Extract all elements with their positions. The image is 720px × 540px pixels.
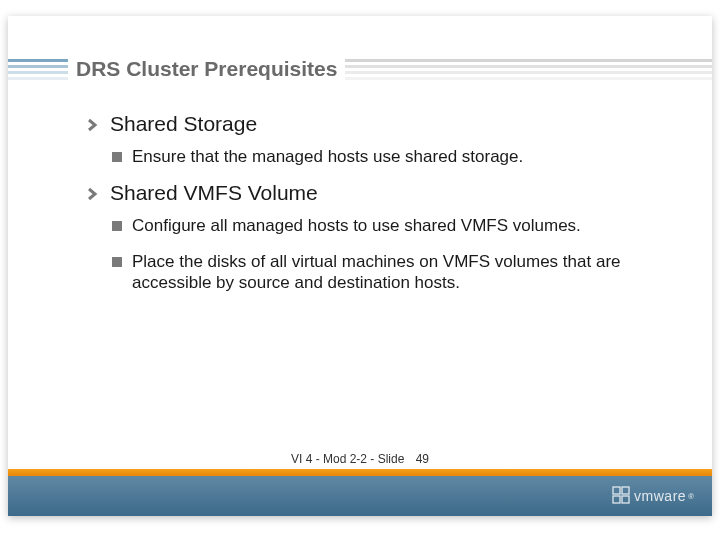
footer-label: VI 4 - Mod 2-2 - Slide: [291, 452, 404, 466]
slide-title: DRS Cluster Prerequisites: [68, 57, 345, 81]
content-area: Shared Storage Ensure that the managed h…: [86, 112, 672, 307]
footer-text: VI 4 - Mod 2-2 - Slide 49: [8, 452, 712, 466]
accent-strip: [8, 469, 712, 476]
chevron-right-icon: [86, 118, 100, 136]
subbullet-text: Ensure that the managed hosts use shared…: [132, 146, 523, 167]
bullet-text: Shared VMFS Volume: [110, 181, 318, 205]
bullet-lvl1: Shared Storage: [86, 112, 672, 136]
subbullet-text: Configure all managed hosts to use share…: [132, 215, 581, 236]
chevron-right-icon: [86, 187, 100, 205]
svg-rect-1: [622, 487, 629, 494]
registered-mark: ®: [688, 492, 694, 501]
vmware-logo: vmware®: [612, 484, 694, 508]
title-stripes-left: [8, 59, 68, 80]
svg-rect-3: [622, 496, 629, 503]
title-row: DRS Cluster Prerequisites: [8, 56, 712, 82]
bullet-lvl2: Configure all managed hosts to use share…: [112, 215, 672, 236]
svg-rect-2: [613, 496, 620, 503]
square-bullet-icon: [112, 152, 122, 162]
bullet-lvl2: Place the disks of all virtual machines …: [112, 251, 672, 294]
bullet-text: Shared Storage: [110, 112, 257, 136]
square-bullet-icon: [112, 221, 122, 231]
subbullet-text: Place the disks of all virtual machines …: [132, 251, 672, 294]
square-bullet-icon: [112, 257, 122, 267]
brand-text: vmware: [634, 488, 686, 504]
slide-card: DRS Cluster Prerequisites Shared Storage…: [8, 16, 712, 516]
vmware-boxes-icon: [612, 486, 632, 506]
bullet-lvl2: Ensure that the managed hosts use shared…: [112, 146, 672, 167]
title-stripes-right: [345, 59, 712, 80]
footer-band: vmware®: [8, 476, 712, 516]
slide-number: 49: [416, 452, 429, 466]
svg-rect-0: [613, 487, 620, 494]
bullet-lvl1: Shared VMFS Volume: [86, 181, 672, 205]
